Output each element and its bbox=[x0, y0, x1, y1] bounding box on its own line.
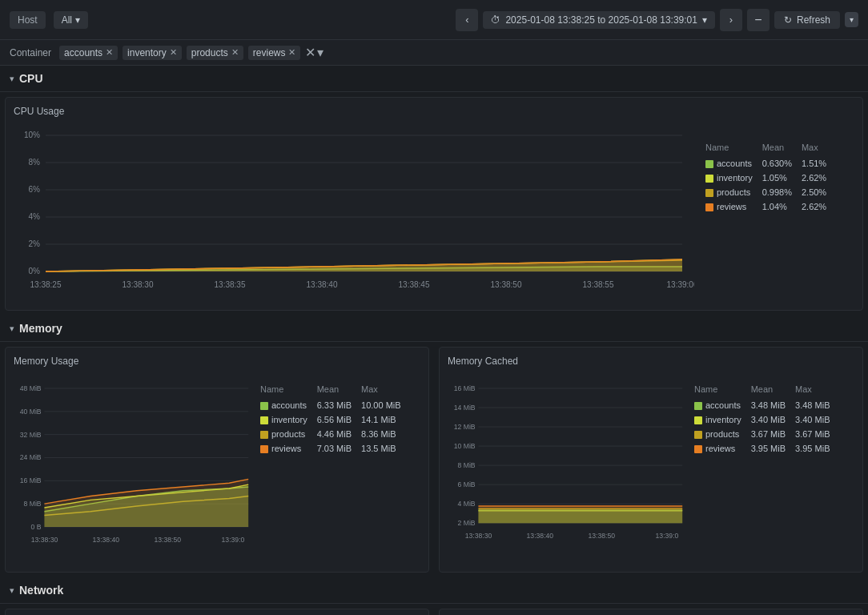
chevron-down-icon: ▾ bbox=[702, 14, 707, 26]
svg-text:13:39:0: 13:39:0 bbox=[656, 532, 679, 540]
legend-name-header: Name bbox=[704, 141, 759, 155]
filter-tag-label: products bbox=[191, 47, 228, 58]
network-panels-row: Received Network Traffic Sent Network Tr… bbox=[0, 604, 868, 615]
mem-usage-legend: Name Mean Max accounts 6.33 MiB 10.00 Mi… bbox=[252, 373, 420, 564]
svg-text:13:38:45: 13:38:45 bbox=[399, 280, 430, 289]
all-button[interactable]: All ▾ bbox=[54, 11, 88, 29]
svg-text:13:38:30: 13:38:30 bbox=[123, 280, 154, 289]
remove-products-button[interactable]: ✕ bbox=[231, 47, 239, 58]
filter-tag-accounts: accounts ✕ bbox=[59, 46, 118, 60]
memory-panels-row: Memory Usage 48 MiB 40 MiB 32 MiB 24 MiB… bbox=[0, 342, 868, 577]
cpu-section-title: CPU bbox=[19, 72, 43, 85]
cpu-chart: 10% 8% 6% 4% 2% 0% bbox=[14, 123, 694, 302]
svg-text:13:38:30: 13:38:30 bbox=[31, 536, 58, 544]
svg-text:16 MiB: 16 MiB bbox=[454, 384, 476, 392]
cpu-chart-svg: 10% 8% 6% 4% 2% 0% bbox=[14, 123, 694, 299]
sent-traffic-panel: Sent Network Traffic bbox=[439, 609, 863, 615]
svg-text:13:38:50: 13:38:50 bbox=[588, 532, 615, 540]
svg-text:13:38:55: 13:38:55 bbox=[583, 280, 614, 289]
zoom-button[interactable]: − bbox=[747, 9, 770, 31]
memory-cached-title: Memory Cached bbox=[448, 356, 854, 367]
container-label: Container bbox=[10, 47, 51, 58]
cpu-usage-panel: CPU Usage 10% 8% 6% 4% 2% 0% bbox=[5, 97, 863, 311]
svg-text:13:38:35: 13:38:35 bbox=[215, 280, 246, 289]
svg-text:32 MiB: 32 MiB bbox=[20, 431, 42, 439]
time-range-text: 2025-01-08 13:38:25 to 2025-01-08 13:39:… bbox=[505, 14, 697, 26]
chevron-down-icon: ▾ bbox=[317, 45, 323, 60]
svg-text:40 MiB: 40 MiB bbox=[20, 408, 42, 416]
remove-inventory-button[interactable]: ✕ bbox=[170, 47, 177, 58]
refresh-icon: ↻ bbox=[784, 14, 792, 26]
cpu-layout: 10% 8% 6% 4% 2% 0% bbox=[14, 123, 854, 302]
cpu-panel-title: CPU Usage bbox=[14, 106, 854, 117]
close-icon: ✕ bbox=[305, 45, 315, 60]
cpu-section-header[interactable]: ▾ CPU bbox=[0, 66, 868, 92]
legend-row-inventory: inventory 3.40 MiB 3.40 MiB bbox=[693, 413, 836, 426]
refresh-button[interactable]: ↻ Refresh bbox=[774, 11, 840, 29]
svg-text:10%: 10% bbox=[24, 131, 40, 139]
svg-text:13:38:40: 13:38:40 bbox=[307, 280, 338, 289]
legend-row-products: products 4.46 MiB 8.36 MiB bbox=[259, 428, 408, 440]
svg-text:0%: 0% bbox=[29, 267, 41, 275]
prev-button[interactable]: ‹ bbox=[456, 9, 478, 31]
network-section-header[interactable]: ▾ Network bbox=[0, 577, 868, 604]
mem-cached-chart: 16 MiB 14 MiB 12 MiB 10 MiB 8 MiB 6 MiB … bbox=[448, 373, 686, 564]
memory-section-header[interactable]: ▾ Memory bbox=[0, 316, 868, 342]
cpu-section: ▾ CPU CPU Usage 10% 8% 6% 4% 2% 0% bbox=[0, 66, 868, 311]
svg-text:13:38:30: 13:38:30 bbox=[465, 532, 492, 540]
svg-text:8 MiB: 8 MiB bbox=[458, 461, 476, 469]
svg-text:13:38:25: 13:38:25 bbox=[30, 280, 62, 289]
chevron-down-icon: ▾ bbox=[75, 14, 80, 26]
legend-mean-header: Mean bbox=[761, 141, 798, 155]
remove-accounts-button[interactable]: ✕ bbox=[106, 47, 113, 58]
svg-text:12 MiB: 12 MiB bbox=[454, 423, 476, 431]
filter-tag-reviews: reviews ✕ bbox=[248, 46, 301, 60]
next-button[interactable]: › bbox=[720, 9, 742, 31]
memory-section-title: Memory bbox=[19, 322, 62, 335]
svg-text:4%: 4% bbox=[29, 212, 41, 221]
svg-marker-40 bbox=[44, 479, 248, 527]
svg-text:2 MiB: 2 MiB bbox=[458, 519, 476, 527]
legend-row-accounts: accounts 6.33 MiB 10.00 MiB bbox=[259, 399, 408, 412]
svg-text:6%: 6% bbox=[29, 185, 41, 194]
legend-row-reviews: reviews 7.03 MiB 13.5 MiB bbox=[259, 442, 408, 455]
memory-cached-panel: Memory Cached 16 MiB 14 MiB 12 MiB 10 Mi… bbox=[439, 347, 863, 573]
remove-reviews-button[interactable]: ✕ bbox=[288, 47, 295, 58]
filter-tag-products: products ✕ bbox=[187, 46, 243, 60]
svg-text:24 MiB: 24 MiB bbox=[20, 453, 42, 461]
svg-text:4 MiB: 4 MiB bbox=[458, 500, 476, 508]
legend-row-inventory: inventory 6.56 MiB 14.1 MiB bbox=[259, 413, 408, 426]
clock-icon: ⏱ bbox=[491, 14, 500, 26]
legend-row-products: products 3.67 MiB 3.67 MiB bbox=[693, 428, 836, 440]
host-label: Host bbox=[10, 11, 46, 29]
filter-tag-inventory: inventory ✕ bbox=[123, 46, 182, 60]
network-section: ▾ Network Received Network Traffic Sent … bbox=[0, 577, 868, 615]
mem-cached-legend-table: Name Mean Max accounts 3.48 MiB 3.48 MiB bbox=[691, 381, 838, 456]
filterbar: Container accounts ✕ inventory ✕ product… bbox=[0, 40, 868, 66]
mem-cached-legend: Name Mean Max accounts 3.48 MiB 3.48 MiB bbox=[686, 373, 854, 564]
svg-text:2%: 2% bbox=[29, 239, 41, 248]
svg-text:10 MiB: 10 MiB bbox=[454, 442, 476, 450]
svg-text:6 MiB: 6 MiB bbox=[458, 480, 476, 488]
network-section-title: Network bbox=[19, 584, 63, 597]
legend-row-inventory: inventory 1.05% 2.62% bbox=[704, 171, 833, 184]
memory-section: ▾ Memory Memory Usage 48 MiB 40 MiB 32 M… bbox=[0, 316, 868, 577]
refresh-label: Refresh bbox=[797, 14, 830, 26]
time-range-display[interactable]: ⏱ 2025-01-08 13:38:25 to 2025-01-08 13:3… bbox=[483, 11, 715, 29]
svg-text:0 B: 0 B bbox=[31, 523, 42, 531]
mem-cached-layout: 16 MiB 14 MiB 12 MiB 10 MiB 8 MiB 6 MiB … bbox=[448, 373, 854, 564]
chevron-icon: ▾ bbox=[10, 585, 14, 596]
svg-text:8%: 8% bbox=[29, 158, 41, 167]
svg-text:13:38:40: 13:38:40 bbox=[527, 532, 554, 540]
add-filter-button[interactable]: ✕ ▾ bbox=[305, 45, 323, 60]
time-nav: ‹ ⏱ 2025-01-08 13:38:25 to 2025-01-08 13… bbox=[456, 9, 858, 31]
filter-tag-label: accounts bbox=[64, 47, 102, 58]
filter-tag-label: reviews bbox=[253, 47, 286, 58]
received-traffic-panel: Received Network Traffic bbox=[5, 609, 429, 615]
legend-row-accounts: accounts 0.630% 1.51% bbox=[704, 157, 833, 170]
refresh-dropdown-button[interactable]: ▾ bbox=[845, 12, 858, 27]
chevron-icon: ▾ bbox=[10, 74, 14, 84]
cpu-legend-table: Name Mean Max accounts 0.630% 1.51% inve… bbox=[702, 139, 834, 215]
legend-row-products: products 0.998% 2.50% bbox=[704, 186, 833, 199]
memory-cached-svg: 16 MiB 14 MiB 12 MiB 10 MiB 8 MiB 6 MiB … bbox=[448, 373, 686, 561]
